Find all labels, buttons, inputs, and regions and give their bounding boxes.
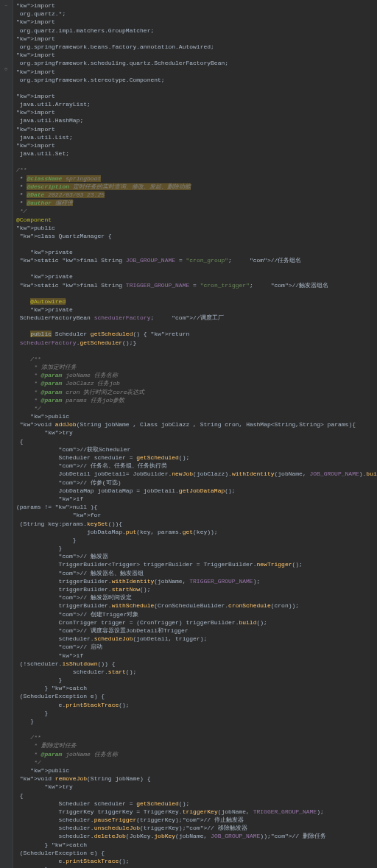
fold-marker[interactable]: ⊖ [3,66,9,72]
code-area[interactable]: "kw">import org.quartz.*;"kw">import org… [13,0,377,868]
code-editor: − ⊖ "kw">import org.quartz.*;"kw">import… [0,0,377,868]
gutter: − ⊖ [0,0,13,868]
fold-marker[interactable]: − [3,3,9,9]
